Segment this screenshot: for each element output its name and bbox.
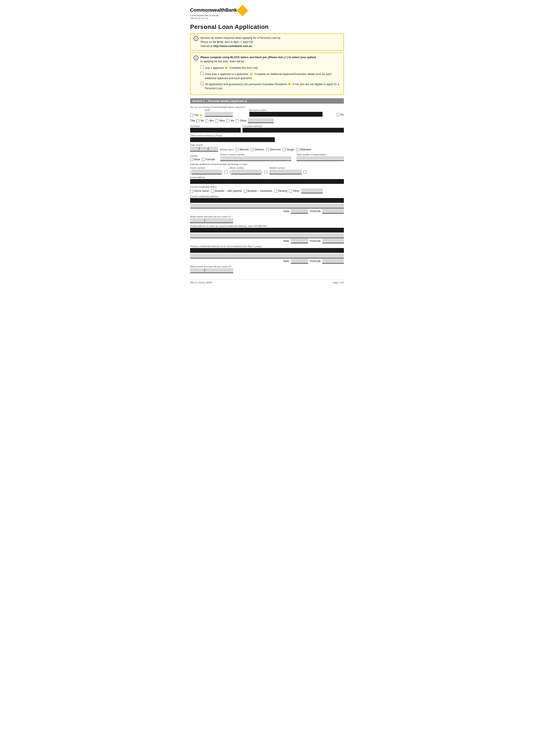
title-group: Title Mr Mrs Miss Ms Other [190,118,344,123]
option1-text1: only 1 applicant [205,67,224,69]
checkbox-male[interactable] [190,158,193,161]
prev-address-line2-input[interactable] [190,254,344,258]
res-postcode-label: Postcode [310,210,320,213]
checkbox-divorced[interactable] [266,148,269,151]
notice-icon: i [193,56,198,60]
checkbox-mobile-preferred[interactable] [303,171,306,174]
res-status-group: Current residential status Home owner Bo… [190,186,344,193]
licence-input[interactable] [220,156,291,161]
mobile-input[interactable] [269,170,302,174]
dependants-input[interactable] [296,156,344,161]
bank-subtitle: Commonwealth Bank of Australia ABN 48 12… [190,14,246,20]
checkbox-work-preferred[interactable] [264,171,267,174]
notice-sub-line: In applying for this loan, there will be… [200,60,246,63]
work-number-input[interactable] [231,170,261,174]
checkbox-renting[interactable] [274,190,277,193]
option3-text1: All applicant(s) and guarantor(s) are pe… [205,83,287,86]
checkbox-home-owner[interactable] [190,190,193,193]
checkbox-ms[interactable] [226,120,229,122]
yes-arrow-icon: ▶ [200,113,202,117]
other-title-input[interactable] [248,118,274,123]
option-2-applicant: more than 1 applicant or a guarantor ▶ C… [200,71,341,80]
checkbox-other-title[interactable] [236,120,239,122]
prev-state-post-row: State Postcode [190,259,344,263]
postal-line1-input[interactable] [190,228,344,232]
mr-label: Mr [201,119,204,122]
gender-licence-group: Gender Male Female Driver's licence numb… [190,153,344,161]
checkbox-mr[interactable] [196,120,199,122]
gender-female: Female [202,158,215,161]
full-given-input[interactable] [242,128,344,133]
prev-postcode-label: Postcode [310,260,320,263]
info-box: i Receive an instant response when apply… [190,33,344,51]
checkbox-defacto[interactable] [251,148,254,151]
home-number-input[interactable] [191,170,221,174]
postal-state-input[interactable] [291,239,308,243]
other-names-input[interactable] [190,137,275,142]
checkbox-home-preferred[interactable] [225,171,228,174]
postal-postcode-input[interactable] [322,239,344,243]
other-names-label: Other names known by (if any) [190,134,344,137]
checkbox-only-1-applicant[interactable] [200,66,203,68]
account-number-input[interactable] [249,112,322,117]
res-postcode-input[interactable] [322,209,344,214]
checkbox-married[interactable] [236,148,239,151]
gender-label: Gender [190,155,215,157]
prev-move-in-year[interactable] [207,269,220,272]
res-address-line1-input[interactable] [190,198,344,203]
marital-divorced: Divorced [266,148,281,151]
res-state-input[interactable] [291,209,308,214]
marital-widowed: Widowed [296,148,311,151]
dob-day[interactable] [191,148,198,150]
work-number-label: Work number [230,167,267,169]
res-other-input[interactable] [301,189,323,193]
checkbox-boarder-parents[interactable] [211,190,214,193]
existing-customer-group: Are you an existing Commonwealth Bank cu… [190,106,344,117]
dob-month[interactable] [200,148,207,150]
dob-year[interactable] [210,148,218,150]
prev-state-input[interactable] [291,259,308,263]
dob-label: Date of birth [190,144,218,146]
checkbox-mrs[interactable] [205,120,208,122]
footer-page: Page 1 of 4 [333,282,344,284]
yes-label: Yes [194,114,198,117]
marital-married: Married [236,148,248,151]
other-names-group: Other names known by (if any) [190,134,344,142]
checkbox-widowed[interactable] [296,148,299,151]
account-number-label: Account number [249,109,335,111]
checkbox-more-applicants[interactable] [200,72,203,75]
checkbox-yes[interactable] [190,114,193,117]
marital-label: Marital status [220,148,234,151]
licence-label: Driver's licence number [220,153,291,156]
res-boarder-parents: Boarder – with parents [211,189,242,193]
res-home-owner: Home owner [190,189,209,193]
res-address-line2-input[interactable] [190,204,344,208]
checkbox-res-other[interactable] [289,190,292,193]
surname-input[interactable] [190,128,241,133]
checkbox-single[interactable] [283,148,286,151]
checkbox-female[interactable] [202,158,205,161]
prev-address-group: Previous residential address (if at curr… [190,245,344,263]
email-input[interactable] [190,179,344,184]
checkbox-permanent-resident[interactable] [200,82,203,85]
info-icon: i [193,36,198,41]
prev-move-in-month[interactable] [192,269,203,272]
postal-state-label: State [283,239,289,242]
dob-marital-group: Date of birth / / Marital status Married… [190,144,344,151]
gender-male: Male [190,158,200,161]
prev-address-line1-input[interactable] [190,248,344,253]
checkbox-boarder-elsewhere[interactable] [244,190,247,193]
page-title: Personal Loan Application [190,23,344,30]
move-in-month[interactable] [192,219,203,222]
prev-postcode-input[interactable] [322,259,344,263]
checkbox-miss[interactable] [215,120,218,122]
postal-line2-input[interactable] [190,233,344,238]
move-in-year[interactable] [207,219,220,222]
phone-group: Home number ( ) Work number ( ) Mobile n… [190,167,344,174]
dependants-label: Total number of dependants [296,153,344,156]
checkbox-no[interactable] [337,113,340,116]
bsb-input[interactable] [205,112,233,117]
res-address-label: Current residential address [190,195,344,198]
res-other: Other [289,189,323,193]
option-3-resident: All applicant(s) and guarantor(s) are pe… [200,82,341,90]
